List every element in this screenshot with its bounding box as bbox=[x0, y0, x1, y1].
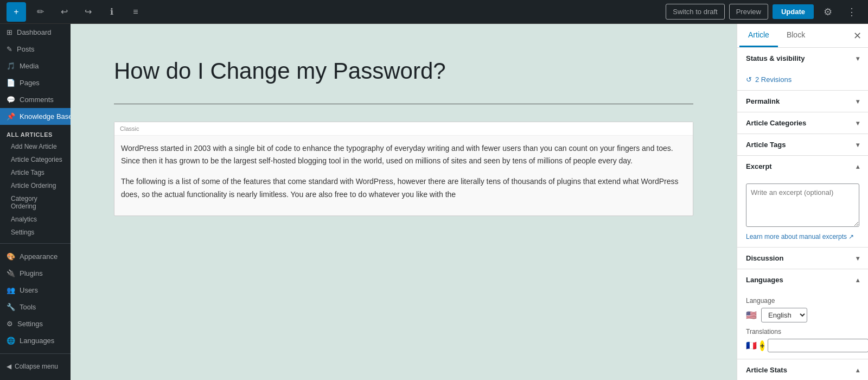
plugins-icon: 🔌 bbox=[7, 269, 15, 277]
add-block-button[interactable]: + bbox=[7, 2, 26, 22]
revisions-label: 2 Revisions bbox=[755, 75, 792, 84]
kebab-menu-button[interactable]: ⋮ bbox=[842, 2, 861, 22]
sidebar-item-languages[interactable]: 🌐 Languages bbox=[0, 332, 71, 349]
sidebar-item-users[interactable]: 👥 Users bbox=[0, 282, 71, 299]
excerpt-learn-more-link[interactable]: Learn more about manual excerpts ↗ bbox=[746, 233, 859, 240]
languages-section: Languages ▴ Language 🇺🇸 English French S… bbox=[737, 269, 868, 359]
article-content[interactable]: WordPress started in 2003 with a single … bbox=[114, 136, 693, 216]
status-visibility-label: Status & visibility bbox=[746, 54, 805, 62]
sidebar-item-dashboard[interactable]: ⊞ Dashboard bbox=[0, 24, 71, 41]
panel-tabs: Article Block ✕ bbox=[737, 24, 868, 48]
article-tags-header[interactable]: Article Tags ▾ bbox=[737, 134, 868, 155]
revisions-icon: ↺ bbox=[746, 75, 752, 84]
sidebar-item-add-new-article[interactable]: Add New Article bbox=[0, 140, 71, 153]
excerpt-header[interactable]: Excerpt ▴ bbox=[737, 156, 868, 177]
sidebar-item-tools[interactable]: 🔧 Tools bbox=[0, 299, 71, 315]
article-divider bbox=[114, 104, 693, 104]
sidebar-item-article-categories[interactable]: Article Categories bbox=[0, 153, 71, 166]
discussion-header[interactable]: Discussion ▾ bbox=[737, 248, 868, 269]
update-button[interactable]: Update bbox=[773, 4, 814, 19]
knowledge-base-icon: 📌 bbox=[7, 112, 15, 121]
sidebar-item-media[interactable]: 🎵 Media bbox=[0, 58, 71, 74]
add-translation-button[interactable]: + bbox=[760, 340, 764, 351]
languages-body: Language 🇺🇸 English French Spanish Germa… bbox=[737, 290, 868, 359]
panel-close-button[interactable]: ✕ bbox=[849, 26, 866, 46]
collapse-menu-button[interactable]: ◀ Collapse menu bbox=[0, 358, 71, 375]
fr-flag-icon: 🇫🇷 bbox=[746, 340, 757, 351]
languages-chevron-icon: ▴ bbox=[856, 276, 859, 284]
language-label: Language bbox=[746, 297, 859, 305]
article-tags-section: Article Tags ▾ bbox=[737, 134, 868, 156]
sidebar-item-comments[interactable]: 💬 Comments bbox=[0, 91, 71, 108]
redo-button[interactable]: ↪ bbox=[78, 2, 98, 22]
toolbar: + ✏ ↩ ↪ ℹ ≡ Switch to draft Preview Upda… bbox=[0, 0, 868, 24]
list-view-button[interactable]: ≡ bbox=[126, 2, 145, 22]
tools-icon: 🔧 bbox=[7, 303, 15, 311]
sidebar-item-article-tags[interactable]: Article Tags bbox=[0, 166, 71, 179]
discussion-section: Discussion ▾ bbox=[737, 248, 868, 269]
article-categories-section: Article Categories ▾ bbox=[737, 112, 868, 134]
sidebar-item-posts[interactable]: ✎ Posts bbox=[0, 41, 71, 58]
article-stats-chevron-icon: ▴ bbox=[856, 366, 859, 374]
translation-input[interactable] bbox=[768, 339, 868, 352]
article-categories-label: Article Categories bbox=[746, 119, 806, 127]
article-title[interactable]: How do I Change my Password? bbox=[114, 56, 693, 86]
article-stats-header[interactable]: Article Stats ▴ bbox=[737, 359, 868, 380]
revisions-item[interactable]: ↺ 2 Revisions bbox=[746, 75, 859, 84]
info-icon: ℹ bbox=[110, 7, 113, 17]
sidebar-item-plugins[interactable]: 🔌 Plugins bbox=[0, 265, 71, 282]
gear-icon: ⚙ bbox=[824, 6, 832, 18]
edit-button[interactable]: ✏ bbox=[30, 2, 50, 22]
sidebar-item-appearance[interactable]: 🎨 Appearance bbox=[0, 248, 71, 265]
classic-block-label: Classic bbox=[114, 122, 693, 136]
sidebar: ⊞ Dashboard ✎ Posts 🎵 Media 📄 Pages 💬 Co… bbox=[0, 24, 71, 380]
article-categories-header[interactable]: Article Categories ▾ bbox=[737, 112, 868, 134]
article-tags-label: Article Tags bbox=[746, 141, 786, 149]
info-button[interactable]: ℹ bbox=[102, 2, 122, 22]
sidebar-item-pages[interactable]: 📄 Pages bbox=[0, 74, 71, 91]
excerpt-textarea[interactable] bbox=[746, 183, 859, 227]
permalink-chevron-icon: ▾ bbox=[856, 98, 859, 105]
preview-button[interactable]: Preview bbox=[729, 4, 768, 20]
language-select[interactable]: English French Spanish German bbox=[761, 308, 807, 322]
users-icon: 👥 bbox=[7, 286, 15, 294]
external-link-icon: ↗ bbox=[848, 233, 854, 240]
add-icon: + bbox=[14, 7, 18, 17]
collapse-icon: ◀ bbox=[7, 363, 11, 370]
undo-icon: ↩ bbox=[61, 7, 68, 17]
us-flag-icon: 🇺🇸 bbox=[746, 310, 757, 320]
article-stats-section: Article Stats ▴ bbox=[737, 359, 868, 380]
tab-block[interactable]: Block bbox=[778, 24, 814, 47]
status-visibility-section: Status & visibility ▾ ↺ 2 Revisions bbox=[737, 48, 868, 91]
pages-icon: 📄 bbox=[7, 79, 15, 87]
media-icon: 🎵 bbox=[7, 62, 15, 70]
appearance-icon: 🎨 bbox=[7, 252, 15, 261]
permalink-section: Permalink ▾ bbox=[737, 91, 868, 112]
tab-article[interactable]: Article bbox=[739, 24, 778, 47]
sidebar-item-analytics[interactable]: Analytics bbox=[0, 213, 71, 226]
excerpt-chevron-icon: ▴ bbox=[856, 163, 859, 170]
status-visibility-header[interactable]: Status & visibility ▾ bbox=[737, 48, 868, 69]
sidebar-item-settings-kb[interactable]: Settings bbox=[0, 226, 71, 239]
settings-button[interactable]: ⚙ bbox=[818, 2, 838, 22]
editor-area: How do I Change my Password? Classic Wor… bbox=[71, 24, 737, 380]
sidebar-item-article-ordering[interactable]: Article Ordering bbox=[0, 179, 71, 192]
sidebar-item-knowledge-base[interactable]: 📌 Knowledge Base bbox=[0, 108, 71, 125]
permalink-header[interactable]: Permalink ▾ bbox=[737, 91, 868, 112]
switch-to-draft-button[interactable]: Switch to draft bbox=[666, 4, 724, 20]
redo-icon: ↪ bbox=[85, 7, 92, 17]
languages-header[interactable]: Languages ▴ bbox=[737, 269, 868, 290]
all-articles-section: All Articles bbox=[0, 125, 71, 140]
sidebar-item-settings2[interactable]: ⚙ Settings bbox=[0, 315, 71, 332]
excerpt-body: Learn more about manual excerpts ↗ bbox=[737, 177, 868, 247]
posts-icon: ✎ bbox=[7, 45, 12, 53]
translations-row: 🇫🇷 + bbox=[746, 339, 859, 352]
main-layout: ⊞ Dashboard ✎ Posts 🎵 Media 📄 Pages 💬 Co… bbox=[0, 24, 868, 380]
article-paragraph-2: The following is a list of some of the f… bbox=[121, 175, 686, 201]
language-row: 🇺🇸 English French Spanish German bbox=[746, 308, 859, 322]
classic-block: Classic WordPress started in 2003 with a… bbox=[114, 122, 693, 216]
undo-button[interactable]: ↩ bbox=[54, 2, 74, 22]
categories-chevron-icon: ▾ bbox=[856, 119, 859, 127]
sidebar-item-category-ordering[interactable]: Category Ordering bbox=[0, 192, 71, 213]
languages-label: Languages bbox=[746, 276, 783, 284]
